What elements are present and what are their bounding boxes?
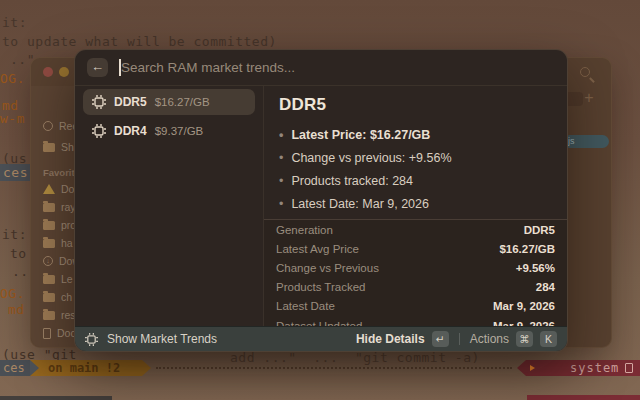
bullet-item: •Latest Price: $16.27/GB <box>279 124 553 147</box>
drive-icon <box>43 184 55 194</box>
metadata-row: Dataset UpdatedMar 9, 2026 <box>264 316 567 326</box>
secondary-actions: Hide Details ↵ Actions ⌘ K <box>356 331 557 347</box>
metadata-row: GenerationDDR5 <box>264 220 567 239</box>
metadata-row: Change vs Previous+9.56% <box>264 258 567 277</box>
detail-title: DDR5 <box>279 95 553 115</box>
search-bar: ← <box>75 50 567 86</box>
search-field-wrap <box>121 56 555 80</box>
back-button[interactable]: ← <box>87 58 108 77</box>
terminal-text: OG. <box>0 70 25 87</box>
search-icon[interactable] <box>579 66 595 82</box>
launcher-popup: ← DDR5 $16.27/GB DDR4 $9 <box>74 49 568 352</box>
shared-folder-icon <box>43 143 55 152</box>
metadata-label: Products Tracked <box>276 281 365 293</box>
prompt-user-segment: ces <box>0 360 30 376</box>
metadata-label: Latest Avg Price <box>276 243 359 255</box>
metadata-value: DDR5 <box>524 224 555 236</box>
list-item-subtitle: $9.37/GB <box>155 125 204 137</box>
bullet-item: •Latest Date: Mar 9, 2026 <box>279 193 553 216</box>
terminal-text: md <box>8 301 25 318</box>
bullet-icon: • <box>279 193 283 216</box>
close-traffic-light[interactable] <box>43 67 53 77</box>
download-icon: ↓ <box>43 256 53 266</box>
prompt-fill-line <box>156 367 512 369</box>
metadata-row: Products Tracked284 <box>264 278 567 297</box>
folder-icon <box>43 293 55 302</box>
terminal-text: it: <box>2 14 27 31</box>
metadata-label: Latest Date <box>276 300 335 312</box>
list-item-subtitle: $16.27/GB <box>155 96 210 108</box>
memory-chip-icon <box>92 124 106 138</box>
clock-icon <box>43 121 53 131</box>
prompt-tick-icon <box>530 365 535 371</box>
screen: it: to update what will be committed) ..… <box>0 0 640 400</box>
folder-icon <box>43 239 55 248</box>
terminal-prompt: ces on main !2 system <box>0 360 640 376</box>
search-input[interactable] <box>121 56 555 80</box>
metadata-panel: GenerationDDR5 Latest Avg Price$16.27/GB… <box>264 219 567 326</box>
terminal-text: it: <box>2 226 27 243</box>
metadata-value: $16.27/GB <box>499 243 555 255</box>
terminal-text: to <box>10 245 27 262</box>
add-tab-icon[interactable]: + <box>581 90 597 106</box>
powerline-arrow-icon <box>517 360 526 376</box>
bullet-text: Latest Price: $16.27/GB <box>291 124 430 147</box>
list-item-title: DDR5 <box>114 95 147 109</box>
prompt-next-line-sliver <box>0 396 112 400</box>
prompt-branch-segment: on main !2 <box>30 360 142 376</box>
missing-glyph-icon <box>625 363 633 373</box>
minimize-traffic-light[interactable] <box>59 67 69 77</box>
folder-icon <box>43 275 55 284</box>
folder-icon <box>43 221 55 230</box>
bullet-icon: • <box>279 124 283 147</box>
prompt-system-label: system <box>570 361 619 375</box>
selected-file-badge[interactable]: js <box>563 135 609 148</box>
document-icon <box>43 328 51 339</box>
detail-bullets: •Latest Price: $16.27/GB •Change vs prev… <box>279 124 553 216</box>
primary-action[interactable]: Show Market Trends <box>85 332 356 346</box>
list-item-title: DDR4 <box>114 124 147 138</box>
metadata-label: Generation <box>276 224 333 236</box>
result-list: DDR5 $16.27/GB DDR4 $9.37/GB <box>75 86 263 326</box>
list-item-ddr5[interactable]: DDR5 $16.27/GB <box>83 89 255 115</box>
text-caret <box>119 59 121 76</box>
list-item-ddr4[interactable]: DDR4 $9.37/GB <box>83 118 255 144</box>
bullet-text: Products tracked: 284 <box>291 170 413 193</box>
primary-action-label: Show Market Trends <box>107 332 217 346</box>
prompt-next-line-sliver <box>527 395 640 400</box>
gear-icon <box>85 333 98 346</box>
metadata-row: Latest Avg Price$16.27/GB <box>264 239 567 258</box>
footer-divider <box>459 333 460 345</box>
bullet-text: Change vs previous: +9.56% <box>291 147 451 170</box>
metadata-label: Change vs Previous <box>276 262 379 274</box>
terminal-text: OG. <box>0 285 25 302</box>
bullet-icon: • <box>279 147 283 170</box>
metadata-value: 284 <box>536 281 555 293</box>
bullet-icon: • <box>279 170 283 193</box>
prompt-system-segment: system <box>526 360 640 376</box>
terminal-selected-text: ces <box>0 164 31 181</box>
bullet-text: Latest Date: Mar 9, 2026 <box>291 193 429 216</box>
metadata-row: Latest DateMar 9, 2026 <box>264 297 567 316</box>
powerline-arrow-icon <box>142 360 151 376</box>
return-key-badge: ↵ <box>432 331 449 347</box>
actions-button[interactable]: Actions <box>470 332 509 346</box>
hide-details-button[interactable]: Hide Details <box>356 332 425 346</box>
memory-chip-icon <box>92 95 106 109</box>
bullet-item: •Products tracked: 284 <box>279 170 553 193</box>
command-key-badge: ⌘ <box>516 331 533 347</box>
terminal-text: to update what will be committed) <box>2 33 277 50</box>
metadata-value: +9.56% <box>516 262 555 274</box>
folder-icon <box>43 203 55 212</box>
action-bar: Show Market Trends Hide Details ↵ Action… <box>75 326 567 351</box>
metadata-value: Mar 9, 2026 <box>493 300 555 312</box>
powerline-arrow-icon <box>30 360 39 376</box>
k-key-badge: K <box>540 331 557 347</box>
folder-icon <box>43 311 55 320</box>
bullet-item: •Change vs previous: +9.56% <box>279 147 553 170</box>
terminal-text: w-m <box>0 110 25 127</box>
